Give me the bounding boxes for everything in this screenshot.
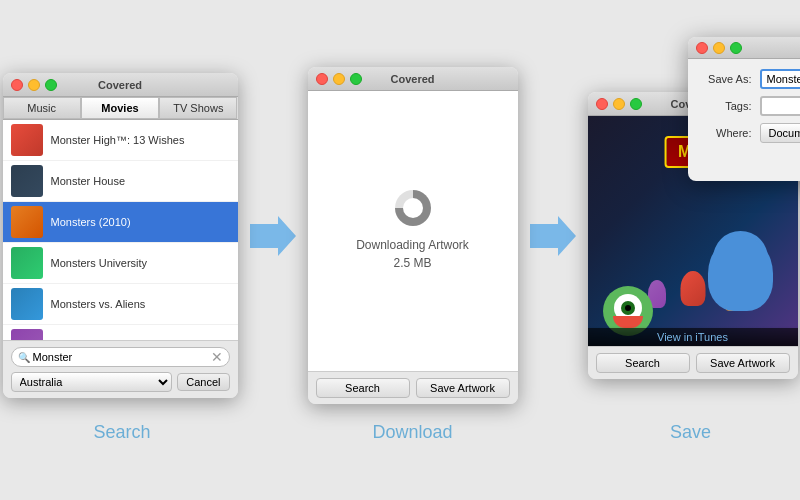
- traffic-lights-dialog: [696, 42, 742, 54]
- list-item[interactable]: Monster High™: 13 Wishes: [3, 120, 238, 161]
- download-content: Downloading Artwork 2.5 MB: [308, 91, 518, 371]
- close-button[interactable]: [596, 98, 608, 110]
- save-bottom-bar: Search Save Artwork: [588, 346, 798, 379]
- save-artwork-button[interactable]: Save Artwork: [416, 378, 510, 398]
- close-button[interactable]: [11, 79, 23, 91]
- save-label: Save: [586, 422, 796, 443]
- tags-input[interactable]: [760, 96, 801, 116]
- search-results-list: Monster High™: 13 Wishes Monster House M…: [3, 120, 238, 340]
- save-dialog-buttons: Cancel Save: [702, 151, 801, 171]
- sully-character: [708, 231, 778, 331]
- save-artwork-button[interactable]: Save Artwork: [696, 353, 790, 373]
- maximize-button[interactable]: [45, 79, 57, 91]
- search-button[interactable]: Search: [596, 353, 690, 373]
- thumb-3: [11, 206, 43, 238]
- save-dialog: Covered Save As: ▼ Tags: Where: Document…: [688, 37, 801, 181]
- tags-label: Tags:: [702, 100, 752, 112]
- item-label: Monsters University: [51, 257, 148, 269]
- tags-row: Tags:: [702, 96, 801, 116]
- tab-movies[interactable]: Movies: [81, 97, 159, 119]
- minimize-button[interactable]: [333, 73, 345, 85]
- tab-tvshows[interactable]: TV Shows: [159, 97, 237, 119]
- where-select[interactable]: Documents Desktop Downloads: [760, 123, 801, 143]
- search-icon: 🔍: [18, 352, 30, 363]
- where-label: Where:: [702, 127, 752, 139]
- downloading-text: Downloading Artwork 2.5 MB: [356, 236, 469, 272]
- maximize-button[interactable]: [630, 98, 642, 110]
- svg-marker-0: [250, 216, 296, 256]
- traffic-lights-search: [11, 79, 57, 91]
- download-window-title: Covered: [390, 73, 434, 85]
- download-window: Covered Downloading Artwork 2.5 MB Searc…: [308, 67, 518, 404]
- search-button[interactable]: Search: [316, 378, 410, 398]
- country-cancel-row: Australia United States United Kingdom C…: [11, 372, 230, 392]
- search-title-bar: Covered: [3, 73, 238, 97]
- item-label: Monster High™: 13 Wishes: [51, 134, 185, 146]
- minimize-button[interactable]: [613, 98, 625, 110]
- download-label: Download: [308, 422, 518, 443]
- search-input-container: 🔍 ✕: [11, 347, 230, 367]
- item-label: Monsters (2010): [51, 216, 131, 228]
- close-button[interactable]: [696, 42, 708, 54]
- traffic-lights-download: [316, 73, 362, 85]
- save-as-input[interactable]: [760, 69, 801, 89]
- mike-pupil: [621, 301, 635, 315]
- search-input[interactable]: [33, 351, 211, 363]
- thumb-6: [11, 329, 43, 340]
- sully-body: [708, 236, 773, 311]
- clear-icon[interactable]: ✕: [211, 350, 223, 364]
- cancel-button[interactable]: Cancel: [177, 373, 229, 391]
- save-as-label: Save As:: [702, 73, 752, 85]
- thumb-5: [11, 288, 43, 320]
- item-label: Monsters vs. Aliens: [51, 298, 146, 310]
- tab-bar: Music Movies TV Shows: [3, 97, 238, 120]
- download-bottom-bar: Search Save Artwork: [308, 371, 518, 404]
- search-window-title: Covered: [98, 79, 142, 91]
- traffic-lights-save: [596, 98, 642, 110]
- arrow-2: [528, 216, 578, 256]
- view-in-itunes-link[interactable]: View in iTunes: [588, 328, 798, 346]
- search-label: Search: [5, 422, 240, 443]
- where-row: Where: Documents Desktop Downloads ⬆⬇: [702, 123, 801, 143]
- list-item[interactable]: Monsters University: [3, 243, 238, 284]
- list-item-selected[interactable]: Monsters (2010): [3, 202, 238, 243]
- bg-char-1: [680, 271, 705, 306]
- step-labels: Search Download Save: [5, 422, 796, 443]
- item-label: Monsters, Inc.: [51, 339, 120, 340]
- search-bottom-bar: 🔍 ✕ Australia United States United Kingd…: [3, 340, 238, 398]
- item-label: Monster House: [51, 175, 126, 187]
- spinner-icon: [395, 190, 431, 226]
- list-item[interactable]: Monster House: [3, 161, 238, 202]
- minimize-button[interactable]: [713, 42, 725, 54]
- download-title-bar: Covered: [308, 67, 518, 91]
- thumb-4: [11, 247, 43, 279]
- save-dialog-title-bar: Covered: [688, 37, 801, 59]
- country-select[interactable]: Australia United States United Kingdom: [11, 372, 173, 392]
- thumb-1: [11, 124, 43, 156]
- maximize-button[interactable]: [730, 42, 742, 54]
- list-item[interactable]: Monsters, Inc.: [3, 325, 238, 340]
- tab-music[interactable]: Music: [3, 97, 81, 119]
- maximize-button[interactable]: [350, 73, 362, 85]
- svg-marker-1: [530, 216, 576, 256]
- list-item[interactable]: Monsters vs. Aliens: [3, 284, 238, 325]
- save-dialog-content: Save As: ▼ Tags: Where: Documents Deskto…: [688, 59, 801, 181]
- arrow-1: [248, 216, 298, 256]
- mike-iris: [625, 305, 631, 311]
- close-button[interactable]: [316, 73, 328, 85]
- search-window: Covered Music Movies TV Shows Monster Hi…: [3, 73, 238, 398]
- minimize-button[interactable]: [28, 79, 40, 91]
- thumb-2: [11, 165, 43, 197]
- save-as-row: Save As: ▼: [702, 69, 801, 89]
